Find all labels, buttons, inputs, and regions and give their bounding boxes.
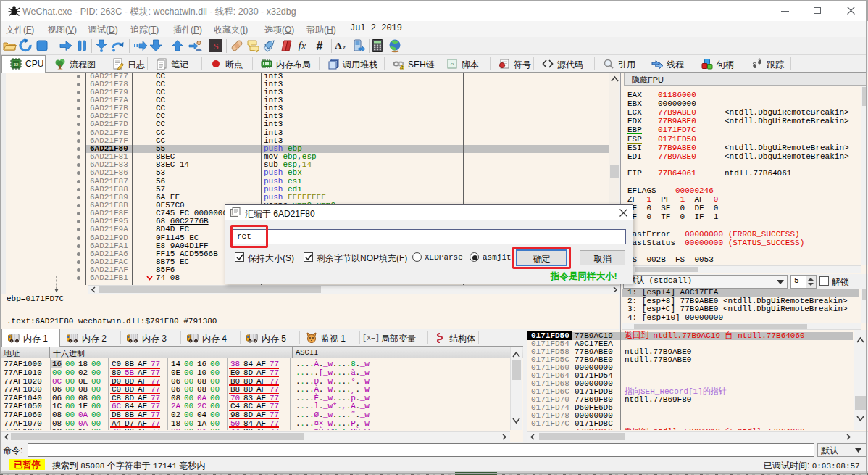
svg-text:32: 32 [14, 62, 19, 67]
svg-text:fx: fx [299, 40, 306, 51]
svg-text:S: S [213, 41, 218, 51]
svg-text:z: z [343, 44, 346, 51]
svg-text:A: A [335, 40, 342, 51]
svg-text:#: # [317, 40, 323, 52]
svg-text:‹›: ‹› [451, 62, 454, 67]
